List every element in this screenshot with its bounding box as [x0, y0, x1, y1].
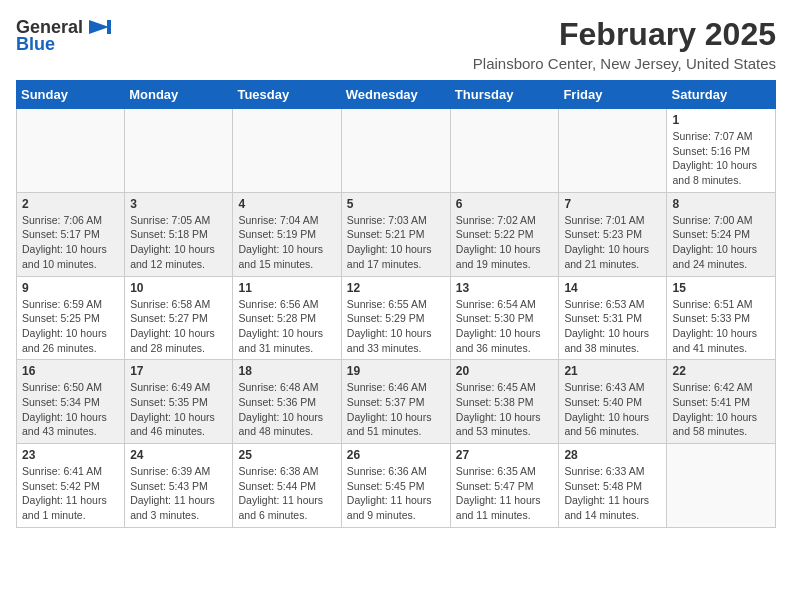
weekday-header-saturday: Saturday [667, 81, 776, 109]
calendar-table: SundayMondayTuesdayWednesdayThursdayFrid… [16, 80, 776, 528]
calendar-cell: 26Sunrise: 6:36 AM Sunset: 5:45 PM Dayli… [341, 444, 450, 528]
day-info: Sunrise: 6:33 AM Sunset: 5:48 PM Dayligh… [564, 464, 661, 523]
day-info: Sunrise: 6:42 AM Sunset: 5:41 PM Dayligh… [672, 380, 770, 439]
day-number: 17 [130, 364, 227, 378]
day-info: Sunrise: 6:59 AM Sunset: 5:25 PM Dayligh… [22, 297, 119, 356]
day-info: Sunrise: 6:48 AM Sunset: 5:36 PM Dayligh… [238, 380, 335, 439]
day-info: Sunrise: 7:01 AM Sunset: 5:23 PM Dayligh… [564, 213, 661, 272]
day-number: 21 [564, 364, 661, 378]
svg-rect-1 [107, 20, 111, 34]
day-number: 20 [456, 364, 554, 378]
calendar-cell: 14Sunrise: 6:53 AM Sunset: 5:31 PM Dayli… [559, 276, 667, 360]
day-number: 28 [564, 448, 661, 462]
day-info: Sunrise: 6:41 AM Sunset: 5:42 PM Dayligh… [22, 464, 119, 523]
day-number: 9 [22, 281, 119, 295]
calendar-week-3: 9Sunrise: 6:59 AM Sunset: 5:25 PM Daylig… [17, 276, 776, 360]
day-number: 2 [22, 197, 119, 211]
day-info: Sunrise: 6:55 AM Sunset: 5:29 PM Dayligh… [347, 297, 445, 356]
calendar-cell [125, 109, 233, 193]
day-info: Sunrise: 7:02 AM Sunset: 5:22 PM Dayligh… [456, 213, 554, 272]
day-number: 22 [672, 364, 770, 378]
day-info: Sunrise: 6:46 AM Sunset: 5:37 PM Dayligh… [347, 380, 445, 439]
day-number: 19 [347, 364, 445, 378]
calendar-cell [450, 109, 559, 193]
calendar-cell: 21Sunrise: 6:43 AM Sunset: 5:40 PM Dayli… [559, 360, 667, 444]
day-number: 8 [672, 197, 770, 211]
page-title: February 2025 [473, 16, 776, 53]
calendar-cell: 13Sunrise: 6:54 AM Sunset: 5:30 PM Dayli… [450, 276, 559, 360]
calendar-cell [233, 109, 341, 193]
day-number: 23 [22, 448, 119, 462]
day-number: 13 [456, 281, 554, 295]
day-info: Sunrise: 6:50 AM Sunset: 5:34 PM Dayligh… [22, 380, 119, 439]
day-number: 16 [22, 364, 119, 378]
calendar-cell: 19Sunrise: 6:46 AM Sunset: 5:37 PM Dayli… [341, 360, 450, 444]
day-info: Sunrise: 6:51 AM Sunset: 5:33 PM Dayligh… [672, 297, 770, 356]
calendar-cell: 23Sunrise: 6:41 AM Sunset: 5:42 PM Dayli… [17, 444, 125, 528]
day-info: Sunrise: 7:03 AM Sunset: 5:21 PM Dayligh… [347, 213, 445, 272]
calendar-cell: 28Sunrise: 6:33 AM Sunset: 5:48 PM Dayli… [559, 444, 667, 528]
day-number: 7 [564, 197, 661, 211]
weekday-header-sunday: Sunday [17, 81, 125, 109]
day-number: 12 [347, 281, 445, 295]
weekday-header-row: SundayMondayTuesdayWednesdayThursdayFrid… [17, 81, 776, 109]
calendar-cell: 11Sunrise: 6:56 AM Sunset: 5:28 PM Dayli… [233, 276, 341, 360]
logo: General Blue [16, 16, 113, 55]
day-number: 11 [238, 281, 335, 295]
calendar-cell [667, 444, 776, 528]
calendar-week-4: 16Sunrise: 6:50 AM Sunset: 5:34 PM Dayli… [17, 360, 776, 444]
calendar-cell [559, 109, 667, 193]
calendar-cell: 25Sunrise: 6:38 AM Sunset: 5:44 PM Dayli… [233, 444, 341, 528]
weekday-header-friday: Friday [559, 81, 667, 109]
day-number: 1 [672, 113, 770, 127]
day-info: Sunrise: 6:38 AM Sunset: 5:44 PM Dayligh… [238, 464, 335, 523]
day-number: 14 [564, 281, 661, 295]
weekday-header-wednesday: Wednesday [341, 81, 450, 109]
day-info: Sunrise: 6:58 AM Sunset: 5:27 PM Dayligh… [130, 297, 227, 356]
calendar-cell [341, 109, 450, 193]
calendar-week-1: 1Sunrise: 7:07 AM Sunset: 5:16 PM Daylig… [17, 109, 776, 193]
day-number: 25 [238, 448, 335, 462]
day-info: Sunrise: 7:04 AM Sunset: 5:19 PM Dayligh… [238, 213, 335, 272]
day-info: Sunrise: 6:39 AM Sunset: 5:43 PM Dayligh… [130, 464, 227, 523]
calendar-cell: 3Sunrise: 7:05 AM Sunset: 5:18 PM Daylig… [125, 192, 233, 276]
day-number: 27 [456, 448, 554, 462]
calendar-cell: 22Sunrise: 6:42 AM Sunset: 5:41 PM Dayli… [667, 360, 776, 444]
calendar-cell: 24Sunrise: 6:39 AM Sunset: 5:43 PM Dayli… [125, 444, 233, 528]
svg-marker-0 [89, 20, 109, 34]
calendar-cell: 7Sunrise: 7:01 AM Sunset: 5:23 PM Daylig… [559, 192, 667, 276]
day-number: 18 [238, 364, 335, 378]
day-info: Sunrise: 6:56 AM Sunset: 5:28 PM Dayligh… [238, 297, 335, 356]
calendar-cell: 2Sunrise: 7:06 AM Sunset: 5:17 PM Daylig… [17, 192, 125, 276]
day-info: Sunrise: 7:06 AM Sunset: 5:17 PM Dayligh… [22, 213, 119, 272]
calendar-cell: 5Sunrise: 7:03 AM Sunset: 5:21 PM Daylig… [341, 192, 450, 276]
day-number: 26 [347, 448, 445, 462]
day-info: Sunrise: 6:36 AM Sunset: 5:45 PM Dayligh… [347, 464, 445, 523]
day-number: 6 [456, 197, 554, 211]
weekday-header-thursday: Thursday [450, 81, 559, 109]
day-number: 3 [130, 197, 227, 211]
day-number: 5 [347, 197, 445, 211]
calendar-cell: 20Sunrise: 6:45 AM Sunset: 5:38 PM Dayli… [450, 360, 559, 444]
calendar-cell: 27Sunrise: 6:35 AM Sunset: 5:47 PM Dayli… [450, 444, 559, 528]
calendar-week-5: 23Sunrise: 6:41 AM Sunset: 5:42 PM Dayli… [17, 444, 776, 528]
calendar-cell: 10Sunrise: 6:58 AM Sunset: 5:27 PM Dayli… [125, 276, 233, 360]
logo-blue: Blue [16, 34, 55, 55]
calendar-week-2: 2Sunrise: 7:06 AM Sunset: 5:17 PM Daylig… [17, 192, 776, 276]
calendar-cell: 16Sunrise: 6:50 AM Sunset: 5:34 PM Dayli… [17, 360, 125, 444]
calendar-cell: 9Sunrise: 6:59 AM Sunset: 5:25 PM Daylig… [17, 276, 125, 360]
calendar-cell: 12Sunrise: 6:55 AM Sunset: 5:29 PM Dayli… [341, 276, 450, 360]
weekday-header-monday: Monday [125, 81, 233, 109]
day-info: Sunrise: 7:07 AM Sunset: 5:16 PM Dayligh… [672, 129, 770, 188]
day-info: Sunrise: 6:35 AM Sunset: 5:47 PM Dayligh… [456, 464, 554, 523]
day-info: Sunrise: 6:45 AM Sunset: 5:38 PM Dayligh… [456, 380, 554, 439]
calendar-cell [17, 109, 125, 193]
day-number: 10 [130, 281, 227, 295]
day-info: Sunrise: 7:00 AM Sunset: 5:24 PM Dayligh… [672, 213, 770, 272]
day-number: 15 [672, 281, 770, 295]
calendar-cell: 4Sunrise: 7:04 AM Sunset: 5:19 PM Daylig… [233, 192, 341, 276]
day-info: Sunrise: 6:43 AM Sunset: 5:40 PM Dayligh… [564, 380, 661, 439]
calendar-cell: 8Sunrise: 7:00 AM Sunset: 5:24 PM Daylig… [667, 192, 776, 276]
page-subtitle: Plainsboro Center, New Jersey, United St… [473, 55, 776, 72]
page-header: General Blue February 2025 Plainsboro Ce… [16, 16, 776, 72]
